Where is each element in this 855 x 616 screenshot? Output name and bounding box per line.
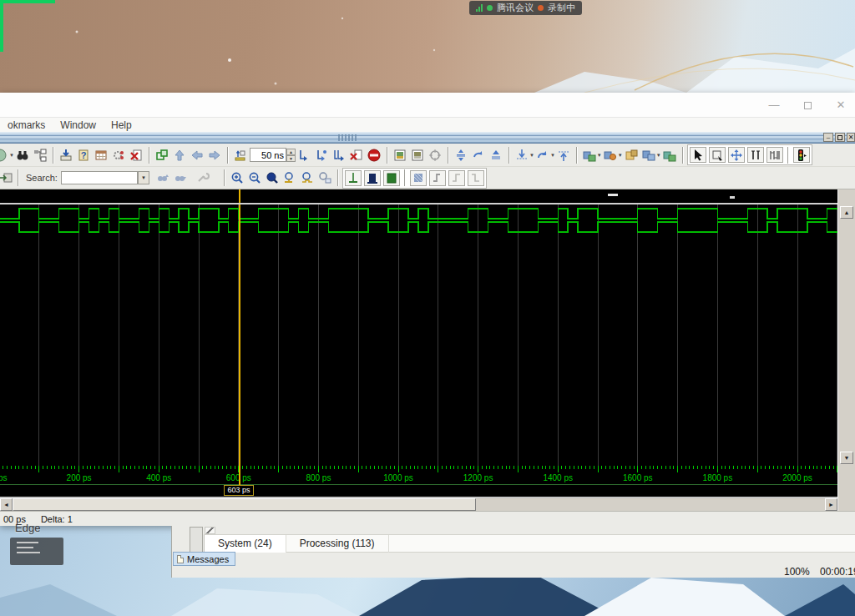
save-wave-image-button[interactable] [392, 146, 409, 164]
interleave-mode-button[interactable] [766, 147, 783, 163]
cursor-time-flag[interactable]: 603 ps [224, 485, 254, 496]
refresh-display-button[interactable] [470, 146, 488, 164]
select-mode-button[interactable] [690, 147, 706, 163]
find-next-button[interactable] [154, 169, 172, 187]
expand-hierarchy-button[interactable] [32, 146, 49, 164]
back-button[interactable] [189, 146, 206, 164]
zoom-out-button[interactable] [246, 169, 264, 187]
search-input[interactable] [61, 171, 138, 184]
edge-previous-gray-button[interactable] [429, 170, 446, 186]
help-book-button[interactable]: ? [75, 146, 93, 164]
close-button[interactable]: ✕ [828, 93, 853, 117]
wave-header-mark [730, 196, 735, 199]
pane-resize-handle[interactable] [205, 527, 215, 534]
run-all-button[interactable] [331, 146, 348, 164]
tab-processing[interactable]: Processing (113) [286, 535, 389, 553]
break-button[interactable] [348, 146, 366, 164]
insert-cursor-button[interactable] [345, 170, 362, 186]
horizontal-scroll-thumb[interactable] [13, 498, 476, 511]
desktop: 腾讯会议 录制中 — ✕ okmarks Window Help – ✕ [0, 0, 855, 616]
scroll-up-button[interactable]: ▲ [840, 206, 853, 219]
up-level-button[interactable] [171, 146, 189, 164]
stop-button[interactable] [366, 146, 383, 164]
desktop-icon-edge[interactable]: Edge [15, 522, 40, 534]
forward-button[interactable] [206, 146, 224, 164]
undock-window-button[interactable] [602, 146, 620, 164]
zoom-range-button[interactable] [299, 169, 316, 187]
memory-window-button[interactable] [93, 146, 110, 164]
maximize-button[interactable] [795, 93, 820, 117]
zoom-target-button[interactable] [427, 146, 444, 164]
vertical-scrollbar[interactable]: ▲ ▼ [837, 189, 855, 511]
print-wave-button[interactable] [409, 146, 427, 164]
search-dropdown-button[interactable]: ▼ [138, 171, 149, 184]
edge-next-rising-button[interactable] [448, 170, 465, 186]
options-gear-button[interactable] [110, 146, 128, 164]
arrow-right-icon: ► [828, 502, 834, 507]
minimize-button[interactable]: — [761, 93, 787, 117]
separator [227, 147, 229, 164]
zoom-mode-toggle-button[interactable] [316, 169, 334, 187]
spin-down-icon[interactable]: ▼ [286, 155, 296, 162]
move-to-top-button[interactable] [555, 146, 573, 164]
tab-messages[interactable]: Messages [173, 552, 235, 566]
save-simulation-button[interactable] [58, 146, 75, 164]
layout-window-button[interactable] [623, 146, 640, 164]
run-length-spinner[interactable]: ▲ ▼ [286, 149, 296, 162]
pan-mode-button[interactable] [728, 147, 745, 163]
restore-windows-button[interactable] [661, 146, 679, 164]
restart-button[interactable] [232, 146, 250, 164]
search-options-button[interactable] [195, 169, 212, 187]
pane-undock-button[interactable] [835, 133, 845, 142]
stop-wave-drawing-button[interactable] [793, 147, 810, 163]
run-length-input[interactable] [250, 148, 286, 162]
elapsed-timer: 00:00:19 [820, 566, 855, 578]
menu-window[interactable]: Window [53, 119, 104, 131]
restore-layout-button[interactable] [154, 146, 171, 164]
zoom-cursor-button[interactable] [281, 169, 299, 187]
menu-bookmarks[interactable]: okmarks [0, 119, 53, 131]
mdi-title-strip[interactable]: – ✕ [0, 132, 855, 144]
reload-list-button[interactable] [534, 146, 552, 164]
title-bar[interactable]: — ✕ [0, 93, 855, 118]
toolbar-grip[interactable] [338, 134, 358, 141]
spin-up-icon[interactable]: ▲ [286, 149, 296, 155]
delete-cursor-button[interactable] [383, 170, 400, 186]
screenshare-border-top [0, 0, 55, 3]
menu-help[interactable]: Help [104, 119, 139, 131]
edit-cursors-button[interactable] [747, 147, 764, 163]
windows-button[interactable] [640, 146, 658, 164]
maximize-icon [804, 102, 812, 109]
lock-cursor-button[interactable] [364, 170, 381, 186]
horizontal-scrollbar[interactable]: ◄ ► [0, 498, 837, 511]
find-button[interactable] [14, 146, 32, 164]
expand-time-button[interactable] [453, 146, 470, 164]
zoom-in-button[interactable] [229, 169, 246, 187]
pane-minimize-button[interactable]: – [823, 133, 833, 142]
messages-tab-label: Messages [187, 554, 229, 564]
add-selected-to-window-button[interactable] [0, 169, 14, 187]
tab-system[interactable]: System (24) [204, 535, 286, 553]
separator [387, 147, 388, 164]
grid-properties-button[interactable] [410, 170, 427, 186]
dock-window-button[interactable] [581, 146, 599, 164]
scroll-down-button[interactable]: ▼ [840, 452, 853, 464]
meeting-status-bar[interactable]: 腾讯会议 录制中 [469, 1, 582, 15]
separator [448, 147, 449, 164]
zoom-full-button[interactable] [264, 169, 281, 187]
desktop-widget[interactable] [10, 538, 63, 565]
find-previous-button[interactable] [172, 169, 190, 187]
edge-next-falling-button[interactable] [468, 170, 484, 186]
delete-all-button[interactable] [128, 146, 145, 164]
collapse-time-button[interactable] [488, 146, 505, 164]
move-to-bottom-button[interactable] [514, 146, 531, 164]
messages-vertical-tab[interactable]: Messa [190, 527, 203, 554]
continue-run-button[interactable] [313, 146, 331, 164]
waveform-canvas[interactable]: 0 ps200 ps400 ps600 ps800 ps1000 ps1200 … [0, 189, 837, 511]
zoom-mode-button[interactable] [709, 147, 726, 163]
pane-close-button[interactable]: ✕ [847, 133, 855, 142]
svg-text:1600 ps: 1600 ps [623, 473, 653, 482]
run-button[interactable] [296, 146, 313, 164]
scroll-left-button[interactable]: ◄ [0, 498, 13, 511]
scroll-right-button[interactable]: ► [825, 498, 837, 511]
